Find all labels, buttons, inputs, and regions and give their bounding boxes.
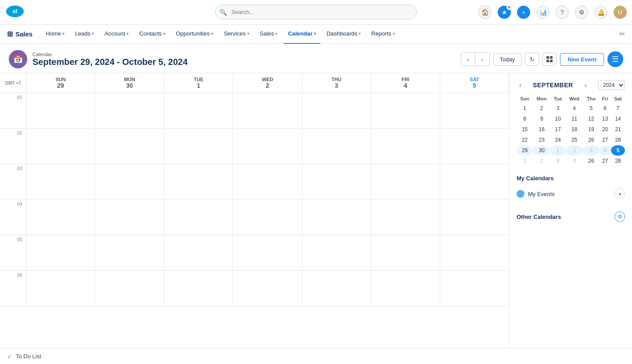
mini-cal-day[interactable]: 1 — [517, 156, 533, 166]
add-icon-btn[interactable]: + — [517, 6, 530, 19]
mini-cal-day[interactable]: 16 — [533, 124, 550, 135]
mini-cal-day[interactable]: 29 — [517, 145, 533, 156]
mini-cal-day[interactable]: 19 — [583, 124, 599, 135]
time-cell-thu-03[interactable] — [302, 164, 371, 199]
mini-cal-day[interactable]: 26 — [583, 156, 599, 166]
mini-cal-day[interactable]: 2 — [565, 145, 583, 156]
other-calendars-settings-btn[interactable]: ⚙ — [614, 211, 625, 222]
time-cell-thu-06[interactable] — [302, 271, 371, 306]
mini-cal-day[interactable]: 25 — [565, 135, 583, 145]
time-cell-fri-03[interactable] — [371, 164, 440, 199]
time-cell-mon-06[interactable] — [95, 271, 164, 306]
time-cell-mon-04[interactable] — [95, 200, 164, 235]
nav-item-sales[interactable]: Sales ▾ — [255, 25, 282, 44]
time-cell-thu-05[interactable] — [302, 235, 371, 270]
time-cell-fri-02[interactable] — [371, 128, 440, 164]
mini-cal-day[interactable]: 4 — [565, 103, 583, 114]
mini-cal-day[interactable]: 27 — [599, 135, 611, 145]
fab-menu-button[interactable]: ☰ — [607, 51, 623, 67]
mini-cal-day[interactable]: 13 — [599, 114, 611, 124]
time-cell-sat-06[interactable] — [440, 271, 509, 306]
time-cell-sat-04[interactable] — [440, 200, 509, 235]
nav-item-opportunities[interactable]: Opportunities ▾ — [172, 25, 218, 44]
bottom-bar[interactable]: ✓ To Do List — [0, 348, 632, 363]
mini-cal-next-button[interactable]: › — [582, 81, 589, 89]
new-event-button[interactable]: New Event — [560, 53, 604, 66]
time-cell-sun-04[interactable] — [26, 200, 95, 235]
time-cell-sat-03[interactable] — [440, 164, 509, 199]
my-events-dropdown-btn[interactable]: ▾ — [614, 189, 625, 199]
mini-cal-day[interactable]: 1 — [517, 103, 533, 114]
mini-cal-day[interactable]: 2 — [533, 103, 550, 114]
time-cell-sat-02[interactable] — [440, 128, 509, 164]
time-cell-tue-06[interactable] — [164, 271, 233, 306]
home-icon-btn[interactable]: 🏠 — [478, 6, 492, 19]
today-button[interactable]: Today — [493, 53, 522, 66]
mini-cal-day[interactable]: 3 — [550, 103, 565, 114]
mini-cal-day[interactable]: 3 — [583, 145, 599, 156]
time-cell-sat-01[interactable] — [440, 93, 509, 128]
mini-cal-day[interactable]: 9 — [533, 114, 550, 124]
mini-cal-day[interactable]: 24 — [550, 135, 565, 145]
time-cell-mon-03[interactable] — [95, 164, 164, 199]
time-cell-thu-01[interactable] — [302, 93, 371, 128]
mini-cal-year-select[interactable]: 2024 2025 — [598, 80, 625, 90]
mini-cal-day[interactable]: 4 — [565, 156, 583, 166]
time-cell-wed-05[interactable] — [233, 235, 302, 270]
nav-item-contacts[interactable]: Contacts ▾ — [135, 25, 169, 44]
mini-cal-day[interactable]: 4 — [599, 145, 611, 156]
time-cell-tue-03[interactable] — [164, 164, 233, 199]
mini-cal-day[interactable]: 3 — [550, 156, 565, 166]
time-cell-sun-02[interactable] — [26, 128, 95, 164]
view-mode-button[interactable] — [542, 53, 557, 66]
time-cell-fri-06[interactable] — [371, 271, 440, 306]
time-cell-fri-05[interactable] — [371, 235, 440, 270]
mini-cal-day[interactable]: 15 — [517, 124, 533, 135]
search-input[interactable] — [215, 5, 417, 19]
time-cell-sat-05[interactable] — [440, 235, 509, 270]
time-cell-thu-04[interactable] — [302, 200, 371, 235]
edit-nav-icon-btn[interactable]: ✏ — [616, 30, 628, 38]
mini-cal-day[interactable]: 22 — [517, 135, 533, 145]
mini-cal-prev-button[interactable]: ‹ — [517, 81, 524, 89]
mini-cal-day[interactable]: 5 — [583, 103, 599, 114]
mini-cal-day[interactable]: 12 — [583, 114, 599, 124]
nav-item-leads[interactable]: Leads ▾ — [71, 25, 98, 44]
nav-item-calendar[interactable]: Calendar ▾ — [284, 25, 320, 44]
time-cell-mon-02[interactable] — [95, 128, 164, 164]
mini-cal-day[interactable]: 28 — [611, 156, 625, 166]
next-week-button[interactable]: › — [475, 53, 489, 66]
time-cell-sun-03[interactable] — [26, 164, 95, 199]
mini-cal-day[interactable]: 21 — [611, 124, 625, 135]
nav-item-services[interactable]: Services ▾ — [219, 25, 254, 44]
nav-item-dashboards[interactable]: Dashboards ▾ — [322, 25, 365, 44]
avatar[interactable]: U — [614, 6, 627, 19]
mini-cal-day[interactable]: 10 — [550, 114, 565, 124]
mini-cal-day[interactable]: 26 — [583, 135, 599, 145]
mini-cal-day[interactable]: 23 — [533, 135, 550, 145]
nav-item-account[interactable]: Account ▾ — [100, 25, 133, 44]
mini-cal-day[interactable]: 7 — [611, 103, 625, 114]
time-cell-fri-04[interactable] — [371, 200, 440, 235]
bell-icon-btn[interactable]: 🔔 — [594, 6, 607, 19]
mini-cal-day[interactable]: 17 — [550, 124, 565, 135]
time-cell-mon-01[interactable] — [95, 93, 164, 128]
chart-icon-btn[interactable]: 📊 — [536, 6, 549, 19]
time-cell-wed-06[interactable] — [233, 271, 302, 306]
time-cell-tue-01[interactable] — [164, 93, 233, 128]
nav-item-reports[interactable]: Reports ▾ — [367, 25, 399, 44]
time-cell-tue-04[interactable] — [164, 200, 233, 235]
sf-logo[interactable]: sf — [5, 2, 25, 22]
mini-cal-day[interactable]: 18 — [565, 124, 583, 135]
refresh-button[interactable]: ↻ — [525, 53, 539, 66]
time-cell-tue-02[interactable] — [164, 128, 233, 164]
time-cell-tue-05[interactable] — [164, 235, 233, 270]
mini-cal-day[interactable]: 27 — [599, 156, 611, 166]
time-cell-wed-04[interactable] — [233, 200, 302, 235]
time-cell-mon-05[interactable] — [95, 235, 164, 270]
prev-week-button[interactable]: ‹ — [461, 53, 475, 66]
mini-cal-day[interactable]: 14 — [611, 114, 625, 124]
time-cell-wed-02[interactable] — [233, 128, 302, 164]
settings-icon-btn[interactable]: ⚙ — [575, 6, 588, 19]
nav-item-home[interactable]: Home ▾ — [41, 25, 69, 44]
